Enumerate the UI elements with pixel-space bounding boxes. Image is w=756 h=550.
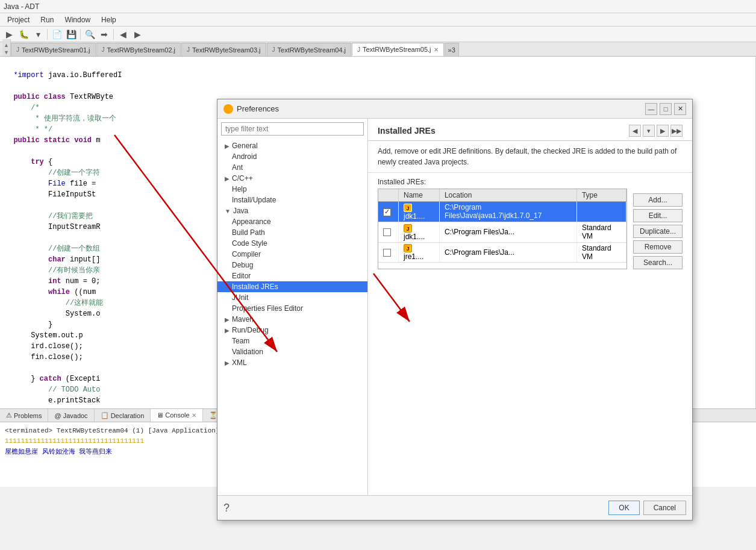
tree-item-editor[interactable]: Editor — [217, 270, 367, 281]
bottom-tab-javadoc[interactable]: @ Javadoc — [48, 409, 94, 422]
col-type[interactable]: Type — [576, 189, 626, 202]
tree-item-installedjres[interactable]: Installed JREs — [217, 281, 367, 292]
tree-item-android[interactable]: ▶ Android — [217, 151, 367, 162]
side-btn-up[interactable]: ▲ — [3, 42, 10, 49]
dialog-title-text: Preferences — [237, 104, 279, 113]
cancel-button[interactable]: Cancel — [643, 501, 686, 515]
jre-row-1-name: J jdk1.... — [399, 222, 440, 242]
filter-input[interactable] — [221, 122, 364, 136]
menu-window[interactable]: Window — [60, 14, 95, 25]
tree-label-android: Android — [232, 152, 257, 161]
jre-row-1-checkbox[interactable] — [383, 228, 391, 236]
tree-item-java[interactable]: ▼ Java — [217, 205, 367, 216]
jre-row-2[interactable]: J jre1.... C:\Program Files\Ja... Standa… — [378, 242, 626, 263]
tab-3[interactable]: J TextRWByteStream04.j — [267, 43, 352, 56]
jre-row-2-type: Standard VM — [576, 242, 626, 263]
tab-4[interactable]: J TextRWByteStream05.j ✕ — [352, 43, 444, 56]
tab-2[interactable]: J TextRWByteStream03.j — [181, 43, 266, 56]
tree-item-validation[interactable]: ▶ Validation — [217, 346, 367, 357]
tree-label-buildpath: Build Path — [232, 228, 265, 237]
jre-row-0-type — [576, 202, 626, 222]
pref-dropdown-button[interactable]: ▾ — [643, 125, 655, 137]
tree-item-debug[interactable]: Debug — [217, 260, 367, 270]
jre-duplicate-button[interactable]: Duplicate... — [633, 225, 683, 238]
dialog-minimize-button[interactable]: — — [645, 103, 657, 115]
tab-overflow[interactable]: »3 — [445, 43, 459, 56]
ok-button[interactable]: OK — [608, 501, 639, 515]
menu-help[interactable]: Help — [96, 14, 121, 25]
tree-item-junit[interactable]: JUnit — [217, 292, 367, 303]
tree-item-cpp[interactable]: ▶ C/C++ — [217, 173, 367, 184]
preferences-tree: ▶ General ▶ Android ▶ Ant ▶ C/C++ — [217, 119, 368, 495]
col-name[interactable]: Name — [399, 189, 440, 202]
help-icon[interactable]: ? — [223, 502, 230, 514]
tree-item-help[interactable]: ▶ Help — [217, 184, 367, 195]
tree-item-appearance[interactable]: Appearance — [217, 216, 367, 227]
jre-add-button[interactable]: Add... — [633, 193, 683, 207]
pref-forward2-button[interactable]: ▶▶ — [670, 125, 683, 137]
menu-run[interactable]: Run — [36, 14, 58, 25]
tree-label-cpp: C/C++ — [232, 174, 253, 183]
toolbar-dropdown[interactable]: ▾ — [31, 28, 45, 41]
side-btn-down[interactable]: ▼ — [3, 49, 10, 56]
new-button[interactable]: 📄 — [50, 28, 63, 41]
tree-item-buildpath[interactable]: Build Path — [217, 227, 367, 238]
pref-back-button[interactable]: ◀ — [629, 125, 641, 137]
tree-item-compiler[interactable]: Compiler — [217, 249, 367, 260]
tree-label-installedjres: Installed JREs — [232, 283, 278, 291]
tree-item-general[interactable]: ▶ General — [217, 140, 367, 151]
tree-item-maven[interactable]: ▶ Maven — [217, 314, 367, 325]
tab-0[interactable]: J TextRWByteStream01.j — [11, 43, 96, 56]
menu-project[interactable]: Project — [2, 14, 34, 25]
jre-edit-button[interactable]: Edit... — [633, 209, 683, 222]
bottom-tab-declaration[interactable]: 📋 Declaration — [95, 409, 151, 422]
jre-search-button[interactable]: Search... — [633, 256, 683, 269]
tree-area[interactable]: ▶ General ▶ Android ▶ Ant ▶ C/C++ — [217, 139, 367, 495]
tree-item-propfiles[interactable]: Properties Files Editor — [217, 303, 367, 314]
bottom-tab-console[interactable]: 🖥 Console ✕ — [151, 409, 202, 422]
jre-table-row-area: Name Location Type — [378, 189, 683, 269]
console-tab-close[interactable]: ✕ — [192, 412, 196, 419]
jre-row-1-check[interactable] — [378, 222, 399, 242]
tree-item-team[interactable]: ▶ Team — [217, 336, 367, 346]
tree-item-rundebug[interactable]: ▶ Run/Debug — [217, 325, 367, 336]
tab-4-close[interactable]: ✕ — [434, 46, 439, 53]
tree-item-install[interactable]: ▶ Install/Update — [217, 195, 367, 205]
jre-row-1[interactable]: J jdk1.... C:\Program Files\Ja... Standa… — [378, 222, 626, 242]
console-icon: 🖥 — [157, 411, 163, 419]
jre-row-0[interactable]: J jdk1.... C:\Program Files\Java\java1.7… — [378, 202, 626, 222]
debug-button[interactable]: 🐛 — [17, 28, 30, 41]
bottom-tab-problems[interactable]: ⚠ Problems — [0, 409, 48, 422]
jre-row-2-check[interactable] — [378, 242, 399, 263]
pref-title: Installed JREs — [378, 126, 436, 136]
tab-1[interactable]: J TextRWByteStream02.j — [96, 43, 181, 56]
save-button[interactable]: 💾 — [64, 28, 78, 41]
jre-remove-button[interactable]: Remove — [633, 240, 683, 254]
back-nav-button[interactable]: ◀ — [116, 28, 130, 41]
jre-row-0-name: J jdk1.... — [399, 202, 440, 222]
forward-nav-button[interactable]: ▶ — [131, 28, 144, 41]
tree-label-help: Help — [232, 185, 247, 193]
dialog-maximize-button[interactable]: □ — [660, 103, 672, 115]
pref-forward-button[interactable]: ▶ — [657, 125, 669, 137]
side-collapse[interactable]: ▲ ▼ — [2, 39, 11, 56]
col-check[interactable] — [378, 189, 399, 202]
tree-item-ant[interactable]: ▶ Ant — [217, 162, 367, 173]
dialog-footer: ? OK Cancel — [217, 495, 692, 520]
search-button[interactable]: 🔍 — [83, 28, 96, 41]
tab-1-icon: J — [102, 46, 105, 53]
tree-label-maven: Maven — [232, 315, 254, 323]
tree-item-xml[interactable]: ▶ XML — [217, 357, 367, 368]
jre-row-2-checkbox[interactable] — [383, 249, 391, 257]
tree-item-codestyle[interactable]: Code Style — [217, 238, 367, 249]
col-location[interactable]: Location — [439, 189, 576, 202]
tab-0-label: TextRWByteStream01.j — [22, 46, 90, 54]
jre-row-0-location: C:\Program Files\Java\java1.7\jdk1.7.0_1… — [439, 202, 576, 222]
tree-label-editor: Editor — [232, 272, 251, 280]
jre-row-0-checkbox[interactable] — [383, 208, 391, 216]
app-title: Java - ADT — [4, 2, 39, 11]
next-button[interactable]: ➡ — [98, 28, 111, 41]
jre-row-0-check[interactable] — [378, 202, 399, 222]
dialog-close-button[interactable]: ✕ — [674, 103, 686, 115]
tree-label-compiler: Compiler — [232, 250, 261, 258]
